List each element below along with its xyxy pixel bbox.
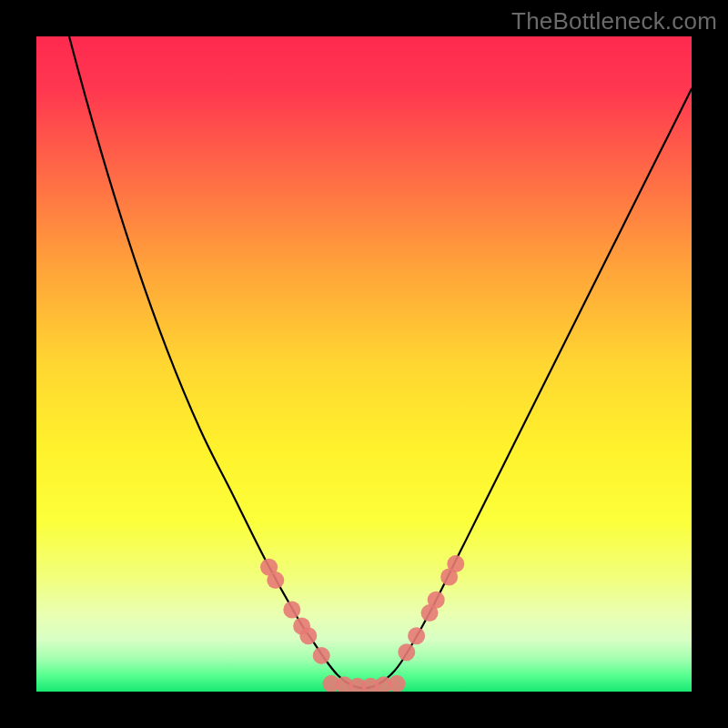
bottleneck-curve [36, 36, 692, 688]
marker-dot [447, 555, 464, 572]
curve-markers [260, 555, 464, 692]
marker-dot [408, 627, 425, 644]
marker-dot [428, 592, 445, 609]
chart-frame: TheBottleneck.com [0, 0, 728, 728]
marker-dot [389, 675, 406, 692]
curve-layer [36, 36, 692, 692]
marker-dot [283, 602, 300, 619]
marker-dot [299, 627, 317, 644]
marker-dot [398, 643, 415, 661]
plot-area [36, 36, 692, 692]
marker-dot [267, 571, 284, 589]
marker-dot [313, 647, 330, 664]
watermark-text: TheBottleneck.com [511, 7, 717, 35]
